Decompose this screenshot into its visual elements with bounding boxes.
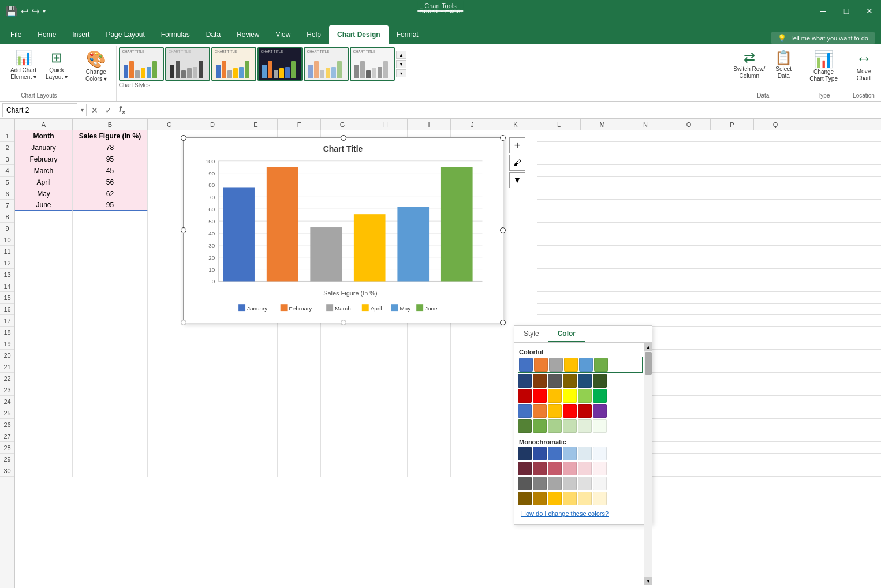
color-swatch[interactable] xyxy=(533,389,547,403)
cell-F24[interactable] xyxy=(278,396,321,407)
cell-F21[interactable] xyxy=(278,361,321,373)
tab-insert[interactable]: Insert xyxy=(64,25,98,44)
cell-D23[interactable] xyxy=(191,384,234,396)
color-swatch[interactable] xyxy=(594,358,608,372)
color-swatch[interactable] xyxy=(533,447,547,460)
cell-F26[interactable] xyxy=(278,419,321,430)
col-header-J[interactable]: J xyxy=(451,119,494,130)
color-swatch[interactable] xyxy=(518,477,532,490)
cell-D29[interactable] xyxy=(191,454,234,465)
color-swatch[interactable] xyxy=(578,477,592,490)
color-swatch[interactable] xyxy=(593,389,607,403)
col-header-P[interactable]: P xyxy=(711,119,754,130)
cell-A14[interactable] xyxy=(15,280,73,292)
color-swatch[interactable] xyxy=(518,492,532,505)
color-swatch[interactable] xyxy=(518,404,532,418)
cell-D21[interactable] xyxy=(191,361,234,373)
cell-E23[interactable] xyxy=(234,384,278,396)
row-num-13[interactable]: 13 xyxy=(0,269,14,280)
cell-I24[interactable] xyxy=(408,396,451,407)
row-num-18[interactable]: 18 xyxy=(0,327,14,338)
row-num-24[interactable]: 24 xyxy=(0,396,14,407)
color-swatch[interactable] xyxy=(548,462,562,475)
row-num-9[interactable]: 9 xyxy=(0,223,14,234)
color-swatch[interactable] xyxy=(549,358,563,372)
cell-B11[interactable] xyxy=(73,246,148,257)
cell-I30[interactable] xyxy=(408,465,451,477)
cell-B28[interactable] xyxy=(73,442,148,454)
row-num-29[interactable]: 29 xyxy=(0,454,14,465)
add-chart-element-button[interactable]: 📊 Add ChartElement ▾ xyxy=(7,47,40,83)
chart-style-6[interactable]: CHART TITLE xyxy=(350,47,395,81)
cell-B21[interactable] xyxy=(73,361,148,373)
cell-D24[interactable] xyxy=(191,396,234,407)
chart-filter-sidebar-button[interactable]: ▼ xyxy=(509,172,525,188)
tab-help[interactable]: Help xyxy=(298,25,329,44)
cell-I21[interactable] xyxy=(408,361,451,373)
cell-A19[interactable] xyxy=(15,338,73,350)
row-num-1[interactable]: 1 xyxy=(0,130,14,142)
cell-A20[interactable] xyxy=(15,350,73,361)
color-swatch[interactable] xyxy=(578,404,592,418)
move-chart-button[interactable]: ↔ MoveChart xyxy=(851,47,876,84)
row-num-14[interactable]: 14 xyxy=(0,280,14,292)
cell-F18[interactable] xyxy=(278,327,321,338)
cell-A23[interactable] xyxy=(15,384,73,396)
row-num-17[interactable]: 17 xyxy=(0,315,14,327)
color-row[interactable] xyxy=(518,404,643,418)
cell-A7[interactable]: June xyxy=(15,200,73,211)
cell-E25[interactable] xyxy=(234,407,278,419)
row-num-6[interactable]: 6 xyxy=(0,188,14,200)
cell-C29[interactable] xyxy=(148,454,191,465)
col-header-A[interactable]: A xyxy=(15,119,73,130)
cell-F25[interactable] xyxy=(278,407,321,419)
cell-B19[interactable] xyxy=(73,338,148,350)
color-row[interactable] xyxy=(518,447,643,460)
cell-F27[interactable] xyxy=(278,430,321,442)
color-swatch[interactable] xyxy=(563,404,577,418)
quick-layout-button[interactable]: ⊞ QuickLayout ▾ xyxy=(42,47,71,83)
color-swatch[interactable] xyxy=(533,462,547,475)
formula-input[interactable] xyxy=(132,103,881,117)
cell-H24[interactable] xyxy=(364,396,408,407)
cell-E24[interactable] xyxy=(234,396,278,407)
chart-handle-tr[interactable] xyxy=(500,135,506,141)
cell-E30[interactable] xyxy=(234,465,278,477)
cell-B14[interactable] xyxy=(73,280,148,292)
cell-I18[interactable] xyxy=(408,327,451,338)
col-header-D[interactable]: D xyxy=(191,119,234,130)
cell-H27[interactable] xyxy=(364,430,408,442)
cell-G30[interactable] xyxy=(321,465,364,477)
cell-F29[interactable] xyxy=(278,454,321,465)
cell-A28[interactable] xyxy=(15,442,73,454)
cell-E26[interactable] xyxy=(234,419,278,430)
color-swatch[interactable] xyxy=(593,447,607,460)
color-row[interactable] xyxy=(518,389,643,403)
redo-icon[interactable]: ↪ xyxy=(32,6,39,17)
cell-H21[interactable] xyxy=(364,361,408,373)
cell-F20[interactable] xyxy=(278,350,321,361)
cell-A3[interactable]: February xyxy=(15,153,73,165)
color-swatch[interactable] xyxy=(548,492,562,505)
cell-G21[interactable] xyxy=(321,361,364,373)
maximize-button[interactable]: □ xyxy=(835,0,858,22)
color-swatch[interactable] xyxy=(578,419,592,433)
customize-icon[interactable]: ▾ xyxy=(43,8,46,14)
confirm-formula-button[interactable]: ✓ xyxy=(102,104,115,116)
cell-E28[interactable] xyxy=(234,442,278,454)
cell-A11[interactable] xyxy=(15,246,73,257)
chart-style-2[interactable]: CHART TITLE xyxy=(165,47,210,81)
row-num-26[interactable]: 26 xyxy=(0,419,14,430)
panel-tab-style[interactable]: Style xyxy=(514,326,548,342)
row-num-2[interactable]: 2 xyxy=(0,142,14,153)
cell-A24[interactable] xyxy=(15,396,73,407)
cell-F22[interactable] xyxy=(278,373,321,384)
col-header-B[interactable]: B xyxy=(73,119,148,130)
cell-I25[interactable] xyxy=(408,407,451,419)
cell-B17[interactable] xyxy=(73,315,148,327)
scroll-up-arrow[interactable]: ▲ xyxy=(396,51,406,59)
cell-H18[interactable] xyxy=(364,327,408,338)
cell-G24[interactable] xyxy=(321,396,364,407)
cell-J24[interactable] xyxy=(451,396,494,407)
color-swatch[interactable] xyxy=(533,419,547,433)
